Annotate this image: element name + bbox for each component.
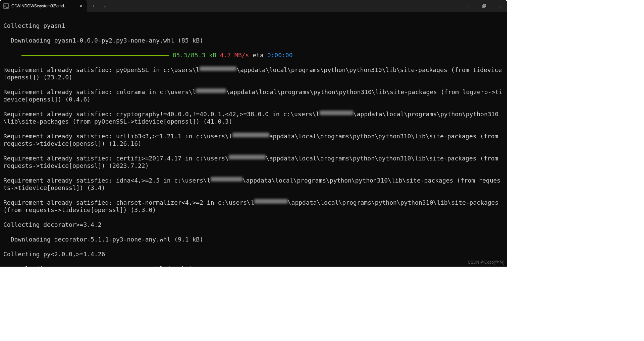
chevron-down-icon: ⌄	[104, 4, 107, 8]
terminal-output[interactable]: Collecting pyasn1 Downloading pyasn1-0.6…	[0, 12, 507, 267]
output-line: Downloading decorator-5.1.1-py3-none-any…	[3, 236, 504, 243]
output-line: Collecting decorator>=3.4.2	[3, 221, 504, 228]
output-line: Requirement already satisfied: pyOpenSSL…	[3, 66, 504, 81]
output-line: Collecting pyasn1	[3, 22, 504, 29]
progress-eta: 0:00:00	[267, 52, 293, 59]
output-line: Downloading pyasn1-0.6.0-py2.py3-none-an…	[3, 37, 504, 44]
progress-speed: 4.7 MB/s	[220, 52, 249, 59]
titlebar-drag-area[interactable]	[111, 0, 461, 12]
output-line: Collecting py<2.0.0,>=1.4.26	[3, 251, 504, 258]
output-line: Requirement already satisfied: certifi>=…	[3, 155, 504, 169]
output-line: Requirement already satisfied: idna<4,>=…	[3, 177, 504, 192]
output-line: Requirement already satisfied: cryptogra…	[3, 111, 504, 125]
watermark: CSDN @Coco(学习)	[468, 260, 504, 265]
cmd-icon: >_	[3, 3, 9, 9]
title-bar[interactable]: >_ C:\WINDOWS\system32\cmd. ✕ + ⌄	[0, 0, 507, 12]
tab-dropdown-button[interactable]: ⌄	[99, 0, 111, 12]
output-line: Downloading py-1.11.0-py2.py3-none-any.w…	[3, 265, 504, 267]
redacted-username: user	[229, 155, 266, 159]
progress-line: 85.3/85.3 kB 4.7 MB/s eta 0:00:00	[3, 52, 504, 59]
redacted-username: user	[232, 133, 269, 137]
output-line: Requirement already satisfied: colorama …	[3, 88, 504, 103]
minimize-button[interactable]	[461, 0, 476, 12]
redacted-username: user	[211, 177, 243, 182]
minimize-icon	[467, 4, 470, 8]
tab-title: C:\WINDOWS\system32\cmd.	[11, 4, 76, 8]
terminal-window: >_ C:\WINDOWS\system32\cmd. ✕ + ⌄ Collec…	[0, 0, 507, 267]
redacted-username: user	[200, 66, 236, 71]
output-line: Requirement already satisfied: charset-n…	[3, 199, 504, 214]
progress-size: 85.3/85.3 kB	[173, 52, 216, 59]
maximize-icon	[482, 4, 486, 8]
close-button[interactable]	[492, 0, 507, 12]
eta-label: eta	[253, 52, 264, 59]
redacted-username: user	[320, 111, 353, 115]
terminal-tab[interactable]: >_ C:\WINDOWS\system32\cmd. ✕	[0, 0, 87, 12]
svg-text:>_: >_	[4, 4, 8, 8]
redacted-username: user	[196, 88, 226, 93]
redacted-username: user	[254, 199, 288, 204]
tab-actions: + ⌄	[87, 0, 111, 12]
new-tab-button[interactable]: +	[87, 0, 99, 12]
close-icon	[498, 4, 501, 8]
maximize-button[interactable]	[476, 0, 492, 12]
progress-bar	[21, 55, 169, 56]
tab-close-button[interactable]: ✕	[78, 3, 84, 9]
output-line: Requirement already satisfied: urllib3<3…	[3, 133, 504, 147]
